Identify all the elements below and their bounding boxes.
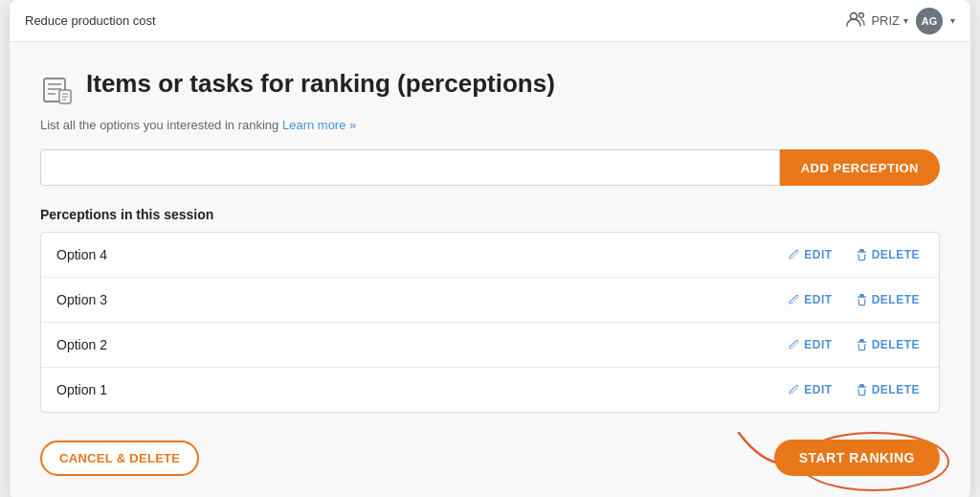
edit-button-1[interactable]: EDIT bbox=[784, 291, 835, 308]
learn-more-link[interactable]: Learn more » bbox=[282, 118, 356, 132]
page-subtitle: List all the options you interested in r… bbox=[40, 118, 940, 132]
row-actions: EDIT DELETE bbox=[784, 336, 924, 353]
delete-button-3[interactable]: DELETE bbox=[852, 381, 924, 398]
user-name: PRIZ bbox=[871, 13, 900, 28]
start-ranking-wrapper: START RANKING bbox=[774, 440, 940, 476]
footer-row: CANCEL & DELETE START RANKING bbox=[40, 440, 940, 476]
perception-input[interactable] bbox=[40, 149, 780, 186]
row-actions: EDIT DELETE bbox=[784, 246, 924, 263]
svg-point-1 bbox=[859, 13, 864, 18]
row-actions: EDIT DELETE bbox=[784, 291, 924, 308]
table-row: Option 2 EDIT DELETE bbox=[41, 323, 939, 368]
avatar-chevron-icon: ▾ bbox=[950, 15, 955, 26]
table-row: Option 1 EDIT DELETE bbox=[41, 368, 939, 412]
row-actions: EDIT DELETE bbox=[784, 381, 924, 398]
edit-button-3[interactable]: EDIT bbox=[784, 381, 835, 398]
main-content: Items or tasks for ranking (perceptions)… bbox=[10, 42, 970, 497]
start-ranking-button[interactable]: START RANKING bbox=[774, 440, 940, 476]
perception-label: Option 4 bbox=[56, 247, 107, 262]
perception-label: Option 1 bbox=[56, 382, 107, 397]
delete-button-0[interactable]: DELETE bbox=[852, 246, 924, 263]
avatar[interactable]: AG bbox=[916, 8, 943, 34]
section-title: Perceptions in this session bbox=[40, 207, 940, 222]
add-perception-button[interactable]: ADD PERCEPTION bbox=[780, 149, 940, 186]
page-header: Items or tasks for ranking (perceptions) bbox=[40, 69, 940, 112]
app-window: Reduce production cost PRIZ ▾ AG ▾ bbox=[10, 0, 970, 497]
titlebar-right: PRIZ ▾ AG ▾ bbox=[846, 8, 955, 34]
table-row: Option 3 EDIT DELETE bbox=[41, 278, 939, 323]
edit-button-0[interactable]: EDIT bbox=[784, 246, 835, 263]
page-title: Items or tasks for ranking (perceptions) bbox=[86, 69, 555, 99]
table-row: Option 4 EDIT DELETE bbox=[41, 233, 939, 278]
user-chevron-icon: ▾ bbox=[903, 15, 908, 26]
delete-button-1[interactable]: DELETE bbox=[852, 291, 924, 308]
input-row: ADD PERCEPTION bbox=[40, 149, 940, 186]
page-icon bbox=[40, 73, 75, 112]
edit-button-2[interactable]: EDIT bbox=[784, 336, 835, 353]
cancel-delete-button[interactable]: CANCEL & DELETE bbox=[40, 441, 199, 476]
titlebar: Reduce production cost PRIZ ▾ AG ▾ bbox=[10, 0, 970, 42]
perception-label: Option 3 bbox=[56, 292, 107, 307]
perceptions-list: Option 4 EDIT DELETE Option 3 bbox=[40, 232, 940, 413]
user-badge[interactable]: PRIZ ▾ bbox=[846, 11, 908, 30]
users-icon bbox=[846, 11, 867, 30]
window-title: Reduce production cost bbox=[25, 13, 156, 28]
delete-button-2[interactable]: DELETE bbox=[852, 336, 924, 353]
perception-label: Option 2 bbox=[56, 337, 107, 352]
